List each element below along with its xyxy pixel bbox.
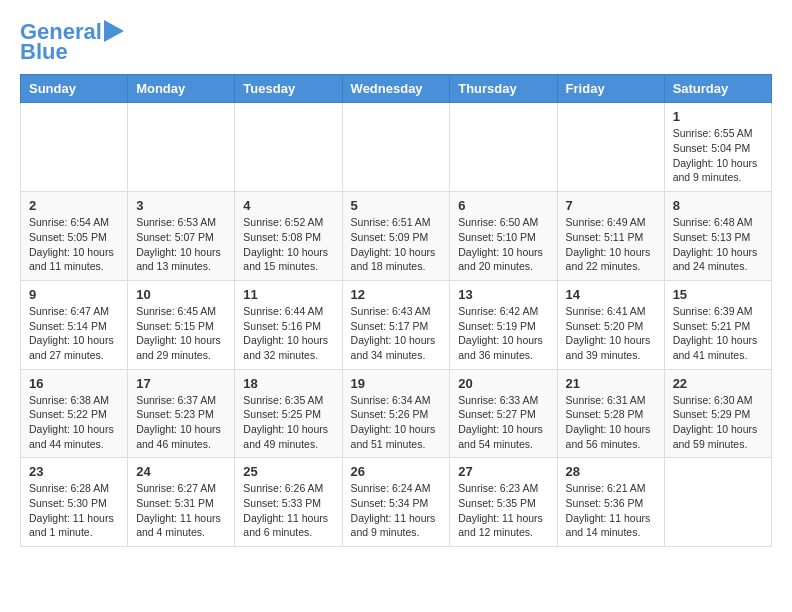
day-info: Sunrise: 6:51 AM Sunset: 5:09 PM Dayligh… bbox=[351, 215, 442, 274]
header-monday: Monday bbox=[128, 75, 235, 103]
svg-marker-0 bbox=[104, 20, 124, 42]
calendar-cell: 13Sunrise: 6:42 AM Sunset: 5:19 PM Dayli… bbox=[450, 280, 557, 369]
day-info: Sunrise: 6:52 AM Sunset: 5:08 PM Dayligh… bbox=[243, 215, 333, 274]
day-number: 14 bbox=[566, 287, 656, 302]
header-friday: Friday bbox=[557, 75, 664, 103]
day-info: Sunrise: 6:48 AM Sunset: 5:13 PM Dayligh… bbox=[673, 215, 763, 274]
day-info: Sunrise: 6:42 AM Sunset: 5:19 PM Dayligh… bbox=[458, 304, 548, 363]
calendar-cell: 1Sunrise: 6:55 AM Sunset: 5:04 PM Daylig… bbox=[664, 103, 771, 192]
day-number: 13 bbox=[458, 287, 548, 302]
calendar-cell bbox=[128, 103, 235, 192]
day-number: 11 bbox=[243, 287, 333, 302]
day-info: Sunrise: 6:44 AM Sunset: 5:16 PM Dayligh… bbox=[243, 304, 333, 363]
calendar-cell: 6Sunrise: 6:50 AM Sunset: 5:10 PM Daylig… bbox=[450, 192, 557, 281]
week-row-1: 1Sunrise: 6:55 AM Sunset: 5:04 PM Daylig… bbox=[21, 103, 772, 192]
day-number: 15 bbox=[673, 287, 763, 302]
day-number: 17 bbox=[136, 376, 226, 391]
week-row-5: 23Sunrise: 6:28 AM Sunset: 5:30 PM Dayli… bbox=[21, 458, 772, 547]
calendar-cell: 9Sunrise: 6:47 AM Sunset: 5:14 PM Daylig… bbox=[21, 280, 128, 369]
calendar-cell bbox=[557, 103, 664, 192]
day-number: 18 bbox=[243, 376, 333, 391]
day-number: 8 bbox=[673, 198, 763, 213]
day-info: Sunrise: 6:34 AM Sunset: 5:26 PM Dayligh… bbox=[351, 393, 442, 452]
calendar-cell: 8Sunrise: 6:48 AM Sunset: 5:13 PM Daylig… bbox=[664, 192, 771, 281]
day-number: 27 bbox=[458, 464, 548, 479]
calendar-cell: 12Sunrise: 6:43 AM Sunset: 5:17 PM Dayli… bbox=[342, 280, 450, 369]
calendar-cell: 24Sunrise: 6:27 AM Sunset: 5:31 PM Dayli… bbox=[128, 458, 235, 547]
calendar-cell bbox=[342, 103, 450, 192]
day-info: Sunrise: 6:37 AM Sunset: 5:23 PM Dayligh… bbox=[136, 393, 226, 452]
day-number: 1 bbox=[673, 109, 763, 124]
day-number: 6 bbox=[458, 198, 548, 213]
day-info: Sunrise: 6:35 AM Sunset: 5:25 PM Dayligh… bbox=[243, 393, 333, 452]
calendar-cell: 28Sunrise: 6:21 AM Sunset: 5:36 PM Dayli… bbox=[557, 458, 664, 547]
calendar-cell: 3Sunrise: 6:53 AM Sunset: 5:07 PM Daylig… bbox=[128, 192, 235, 281]
day-number: 4 bbox=[243, 198, 333, 213]
calendar-cell: 19Sunrise: 6:34 AM Sunset: 5:26 PM Dayli… bbox=[342, 369, 450, 458]
calendar-cell: 23Sunrise: 6:28 AM Sunset: 5:30 PM Dayli… bbox=[21, 458, 128, 547]
calendar-cell: 5Sunrise: 6:51 AM Sunset: 5:09 PM Daylig… bbox=[342, 192, 450, 281]
day-number: 5 bbox=[351, 198, 442, 213]
calendar-cell bbox=[450, 103, 557, 192]
day-info: Sunrise: 6:21 AM Sunset: 5:36 PM Dayligh… bbox=[566, 481, 656, 540]
day-number: 2 bbox=[29, 198, 119, 213]
calendar-cell bbox=[664, 458, 771, 547]
day-number: 24 bbox=[136, 464, 226, 479]
calendar-cell: 21Sunrise: 6:31 AM Sunset: 5:28 PM Dayli… bbox=[557, 369, 664, 458]
calendar-cell: 4Sunrise: 6:52 AM Sunset: 5:08 PM Daylig… bbox=[235, 192, 342, 281]
day-info: Sunrise: 6:55 AM Sunset: 5:04 PM Dayligh… bbox=[673, 126, 763, 185]
day-number: 26 bbox=[351, 464, 442, 479]
day-info: Sunrise: 6:26 AM Sunset: 5:33 PM Dayligh… bbox=[243, 481, 333, 540]
header-tuesday: Tuesday bbox=[235, 75, 342, 103]
calendar-table: SundayMondayTuesdayWednesdayThursdayFrid… bbox=[20, 74, 772, 547]
header-saturday: Saturday bbox=[664, 75, 771, 103]
calendar-cell: 15Sunrise: 6:39 AM Sunset: 5:21 PM Dayli… bbox=[664, 280, 771, 369]
day-info: Sunrise: 6:47 AM Sunset: 5:14 PM Dayligh… bbox=[29, 304, 119, 363]
day-number: 9 bbox=[29, 287, 119, 302]
page-header: General Blue bbox=[20, 20, 772, 64]
day-number: 3 bbox=[136, 198, 226, 213]
calendar-cell: 20Sunrise: 6:33 AM Sunset: 5:27 PM Dayli… bbox=[450, 369, 557, 458]
day-info: Sunrise: 6:24 AM Sunset: 5:34 PM Dayligh… bbox=[351, 481, 442, 540]
calendar-cell: 16Sunrise: 6:38 AM Sunset: 5:22 PM Dayli… bbox=[21, 369, 128, 458]
day-info: Sunrise: 6:30 AM Sunset: 5:29 PM Dayligh… bbox=[673, 393, 763, 452]
day-number: 7 bbox=[566, 198, 656, 213]
day-info: Sunrise: 6:31 AM Sunset: 5:28 PM Dayligh… bbox=[566, 393, 656, 452]
calendar-cell: 7Sunrise: 6:49 AM Sunset: 5:11 PM Daylig… bbox=[557, 192, 664, 281]
calendar-cell: 14Sunrise: 6:41 AM Sunset: 5:20 PM Dayli… bbox=[557, 280, 664, 369]
day-number: 12 bbox=[351, 287, 442, 302]
calendar-cell bbox=[235, 103, 342, 192]
day-info: Sunrise: 6:27 AM Sunset: 5:31 PM Dayligh… bbox=[136, 481, 226, 540]
day-number: 25 bbox=[243, 464, 333, 479]
calendar-cell: 26Sunrise: 6:24 AM Sunset: 5:34 PM Dayli… bbox=[342, 458, 450, 547]
calendar-cell: 27Sunrise: 6:23 AM Sunset: 5:35 PM Dayli… bbox=[450, 458, 557, 547]
day-number: 21 bbox=[566, 376, 656, 391]
week-row-4: 16Sunrise: 6:38 AM Sunset: 5:22 PM Dayli… bbox=[21, 369, 772, 458]
calendar-cell: 17Sunrise: 6:37 AM Sunset: 5:23 PM Dayli… bbox=[128, 369, 235, 458]
day-info: Sunrise: 6:23 AM Sunset: 5:35 PM Dayligh… bbox=[458, 481, 548, 540]
day-info: Sunrise: 6:41 AM Sunset: 5:20 PM Dayligh… bbox=[566, 304, 656, 363]
day-info: Sunrise: 6:38 AM Sunset: 5:22 PM Dayligh… bbox=[29, 393, 119, 452]
day-number: 22 bbox=[673, 376, 763, 391]
day-info: Sunrise: 6:43 AM Sunset: 5:17 PM Dayligh… bbox=[351, 304, 442, 363]
day-number: 28 bbox=[566, 464, 656, 479]
calendar-cell: 2Sunrise: 6:54 AM Sunset: 5:05 PM Daylig… bbox=[21, 192, 128, 281]
week-row-2: 2Sunrise: 6:54 AM Sunset: 5:05 PM Daylig… bbox=[21, 192, 772, 281]
header-thursday: Thursday bbox=[450, 75, 557, 103]
day-info: Sunrise: 6:53 AM Sunset: 5:07 PM Dayligh… bbox=[136, 215, 226, 274]
day-info: Sunrise: 6:49 AM Sunset: 5:11 PM Dayligh… bbox=[566, 215, 656, 274]
calendar-cell: 10Sunrise: 6:45 AM Sunset: 5:15 PM Dayli… bbox=[128, 280, 235, 369]
day-info: Sunrise: 6:33 AM Sunset: 5:27 PM Dayligh… bbox=[458, 393, 548, 452]
calendar-cell: 11Sunrise: 6:44 AM Sunset: 5:16 PM Dayli… bbox=[235, 280, 342, 369]
day-info: Sunrise: 6:45 AM Sunset: 5:15 PM Dayligh… bbox=[136, 304, 226, 363]
calendar-cell: 18Sunrise: 6:35 AM Sunset: 5:25 PM Dayli… bbox=[235, 369, 342, 458]
day-info: Sunrise: 6:39 AM Sunset: 5:21 PM Dayligh… bbox=[673, 304, 763, 363]
week-row-3: 9Sunrise: 6:47 AM Sunset: 5:14 PM Daylig… bbox=[21, 280, 772, 369]
day-number: 20 bbox=[458, 376, 548, 391]
logo-icon bbox=[104, 20, 124, 42]
day-info: Sunrise: 6:54 AM Sunset: 5:05 PM Dayligh… bbox=[29, 215, 119, 274]
logo: General Blue bbox=[20, 20, 124, 64]
calendar-cell bbox=[21, 103, 128, 192]
day-number: 23 bbox=[29, 464, 119, 479]
logo-text2: Blue bbox=[20, 40, 68, 64]
